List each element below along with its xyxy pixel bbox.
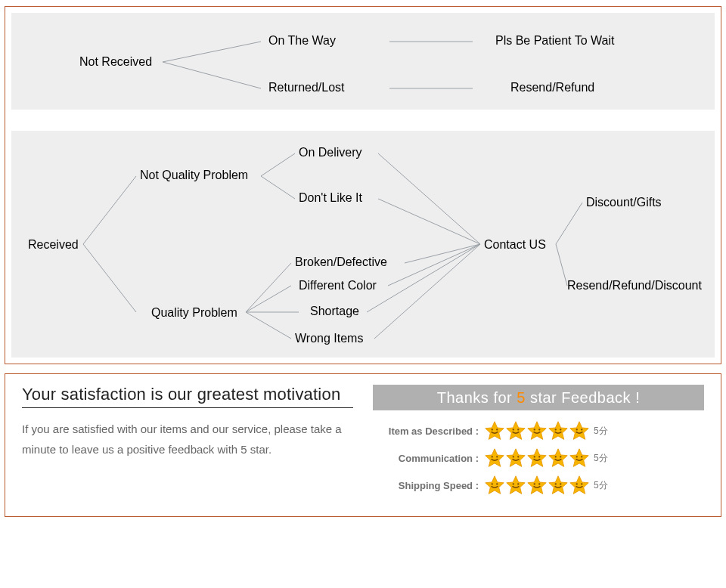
svg-line-16 — [367, 244, 480, 312]
node-contact-us: Contact US — [484, 238, 546, 252]
thanks-pre: Thanks for — [437, 389, 512, 407]
node-quality-problem: Quality Problem — [151, 306, 237, 320]
rating-score: 5分 — [594, 425, 608, 438]
svg-line-14 — [405, 244, 480, 263]
svg-line-8 — [246, 263, 291, 312]
node-wrong-items: Wrong Items — [295, 332, 363, 345]
node-broken-defective: Broken/Defective — [295, 255, 387, 269]
star-icon — [506, 475, 526, 495]
rating-row: Shipping Speed :5分 — [373, 475, 704, 495]
rating-label: Item as Described : — [373, 426, 479, 437]
rating-score: 5分 — [594, 452, 608, 465]
star-icon — [485, 475, 504, 495]
rating-stars — [485, 475, 589, 495]
star-icon — [569, 421, 589, 441]
flowcharts-panel: Not Received On The Way Returned/Lost Pl… — [5, 6, 721, 364]
node-pls-be-patient: Pls Be Patient To Wait — [495, 34, 614, 48]
thanks-accent: 5 — [517, 389, 526, 407]
svg-line-9 — [246, 286, 291, 312]
svg-line-13 — [378, 199, 480, 244]
flow-not-received: Not Received On The Way Returned/Lost Pl… — [11, 13, 715, 110]
svg-line-4 — [83, 176, 136, 244]
node-resend-refund-1: Resend/Refund — [510, 81, 594, 94]
svg-line-17 — [374, 244, 480, 339]
star-icon — [548, 448, 568, 468]
node-discount-gifts: Discount/Gifts — [586, 196, 662, 209]
star-icon — [506, 421, 526, 441]
svg-line-5 — [83, 244, 136, 312]
node-not-quality-problem: Not Quality Problem — [140, 169, 248, 182]
star-icon — [548, 475, 568, 495]
node-received: Received — [28, 238, 79, 252]
rating-stars — [485, 448, 589, 468]
svg-line-0 — [163, 42, 261, 62]
star-icon — [527, 448, 547, 468]
feedback-body: If you are satisfied with our items and … — [22, 419, 353, 460]
svg-line-6 — [261, 153, 295, 176]
node-shortage: Shortage — [310, 305, 359, 318]
node-on-delivery: On Delivery — [299, 146, 362, 159]
rating-score: 5分 — [594, 479, 608, 492]
svg-line-18 — [556, 203, 582, 244]
svg-line-1 — [163, 62, 261, 88]
svg-line-15 — [388, 244, 480, 286]
star-icon — [527, 475, 547, 495]
svg-line-7 — [261, 176, 295, 199]
star-icon — [485, 448, 504, 468]
node-not-received: Not Received — [79, 55, 152, 69]
ratings-container: Item as Described :5分Communication :5分Sh… — [373, 421, 704, 495]
star-icon — [548, 421, 568, 441]
star-icon — [506, 448, 526, 468]
thanks-bar: Thanks for 5 star Feedback ! — [373, 385, 704, 410]
feedback-left: Your satisfaction is our greatest motiva… — [22, 385, 353, 503]
node-on-the-way: On The Way — [268, 34, 336, 48]
svg-line-19 — [556, 244, 567, 286]
rating-label: Shipping Speed : — [373, 480, 479, 491]
node-different-color: Different Color — [299, 279, 377, 292]
star-icon — [485, 421, 504, 441]
star-icon — [569, 475, 589, 495]
star-icon — [527, 421, 547, 441]
feedback-panel: Your satisfaction is our greatest motiva… — [5, 373, 721, 517]
rating-row: Communication :5分 — [373, 448, 704, 468]
rating-stars — [485, 421, 589, 441]
feedback-title: Your satisfaction is our greatest motiva… — [22, 385, 353, 408]
star-icon — [569, 448, 589, 468]
node-dont-like-it: Don't Like It — [299, 191, 362, 205]
node-returned-lost: Returned/Lost — [268, 81, 345, 94]
node-resend-refund-discount: Resend/Refund/Discount — [567, 279, 702, 292]
feedback-right: Thanks for 5 star Feedback ! Item as Des… — [373, 385, 704, 503]
rating-label: Communication : — [373, 453, 479, 464]
flow-received: Received Not Quality Problem Quality Pro… — [11, 131, 715, 357]
svg-line-12 — [378, 153, 480, 244]
rating-row: Item as Described :5分 — [373, 421, 704, 441]
flow2-connectors — [11, 131, 715, 357]
svg-line-11 — [246, 312, 291, 339]
thanks-post: star Feedback ! — [530, 389, 640, 407]
